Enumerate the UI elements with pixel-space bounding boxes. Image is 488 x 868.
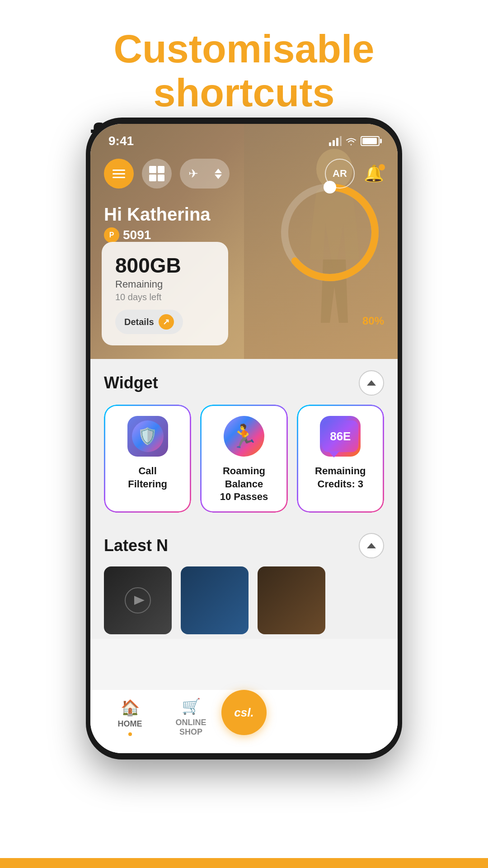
notification-bell[interactable]: 🔔 (364, 164, 384, 183)
csl-center-button[interactable]: csl. (221, 690, 267, 735)
widget-header: Widget (104, 370, 384, 396)
widget-card-credits[interactable]: 86E RemainingCredits: 3 (297, 405, 384, 513)
progress-percent: 80% (362, 315, 384, 327)
latest-title: Latest N (104, 536, 168, 555)
svg-rect-4 (329, 142, 331, 146)
nav-tab-home[interactable]: 🏠 HOME (99, 698, 160, 736)
points-value: 5091 (123, 228, 151, 242)
svg-rect-6 (336, 138, 338, 146)
widget-card-roaming[interactable]: 🏃 Roaming Balance10 Passes (200, 405, 287, 513)
greeting-section: Hi Katherina P 5091 (90, 195, 398, 247)
widget-card-call-filtering[interactable]: 🛡️ CallFiltering (104, 405, 191, 513)
widget-collapse-button[interactable] (359, 370, 384, 396)
news-thumb-img-3 (258, 566, 325, 634)
qr-button[interactable] (142, 159, 172, 189)
call-filter-icon: 🛡️ (127, 416, 168, 457)
data-card: 800GB Remaining 10 days left Details ↗ (102, 242, 228, 345)
airplane-icon: ✈ (180, 159, 207, 189)
svg-rect-5 (333, 140, 335, 146)
battery-icon (361, 136, 380, 146)
call-filter-label: CallFiltering (113, 465, 182, 491)
data-amount: 800GB (115, 253, 215, 278)
hamburger-icon (113, 170, 125, 178)
ar-button[interactable]: AR (325, 159, 355, 189)
notification-dot (379, 164, 385, 170)
hero-section: 80% 9:41 (90, 124, 398, 359)
status-bar: 9:41 (90, 124, 398, 152)
headline-line1-line2: Customisable shortcuts (0, 27, 488, 115)
data-days: 10 days left (115, 292, 215, 302)
bottom-orange-bar (0, 858, 488, 868)
top-nav: ✈ AR 🔔 (90, 152, 398, 195)
csl-logo: csl. (234, 706, 253, 720)
chevron-up-icon (367, 380, 376, 386)
cart-icon: 🛒 (182, 697, 201, 715)
news-thumb-2[interactable] (181, 566, 249, 634)
wifi-icon (345, 137, 357, 146)
online-shop-label: ONLINESHOP (175, 718, 206, 737)
chevron-up-icon-latest (367, 543, 376, 548)
latest-collapse-button[interactable] (359, 533, 384, 558)
status-icons (329, 136, 380, 146)
points-row: P 5091 (104, 227, 384, 243)
latest-header: Latest N (104, 533, 384, 558)
news-thumb-3[interactable] (258, 566, 325, 634)
widget-section: Widget 🛡️ CallFiltering (90, 359, 398, 524)
home-label: HOME (118, 719, 142, 729)
news-thumb-1[interactable] (104, 566, 172, 634)
86e-icon: 86E (322, 420, 358, 452)
data-label: Remaining (115, 278, 215, 290)
flight-mode-button[interactable]: ✈ (180, 159, 230, 189)
svg-marker-9 (134, 596, 145, 605)
points-icon: P (104, 227, 119, 243)
menu-button[interactable] (104, 159, 134, 189)
roaming-label: Roaming Balance10 Passes (209, 465, 278, 504)
credits-icon: 86E (320, 416, 361, 457)
home-active-dot (128, 732, 132, 736)
qr-code-icon (149, 166, 164, 181)
widget-cards: 🛡️ CallFiltering 🏃 Roaming Balance10 Pas… (104, 405, 384, 513)
latest-scroll (104, 566, 384, 634)
bottom-nav: 🏠 HOME 🛒 ONLINESHOP csl. (90, 690, 398, 753)
nav-left: ✈ (104, 159, 230, 189)
toggle-arrows (207, 159, 230, 189)
news-thumb-img-1 (104, 566, 172, 634)
nav-tab-online-shop[interactable]: 🛒 ONLINESHOP (160, 697, 221, 737)
nav-right: AR 🔔 (325, 159, 384, 189)
home-icon: 🏠 (121, 698, 140, 717)
phone-frame: 80% 9:41 (86, 118, 402, 760)
details-button[interactable]: Details ↗ (115, 310, 183, 334)
phone-screen: 80% 9:41 (90, 124, 398, 753)
news-thumb-img-2 (181, 566, 249, 634)
latest-section: Latest N (90, 524, 398, 639)
greeting-text: Hi Katherina (104, 204, 384, 225)
svg-rect-7 (340, 136, 342, 146)
roaming-icon: 🏃 (224, 416, 264, 457)
signal-icon (329, 136, 342, 146)
widget-title: Widget (104, 373, 158, 392)
details-arrow-icon: ↗ (159, 314, 174, 330)
status-time: 9:41 (108, 134, 134, 148)
shield-icon: 🛡️ (132, 420, 164, 452)
credits-label: RemainingCredits: 3 (306, 465, 375, 491)
